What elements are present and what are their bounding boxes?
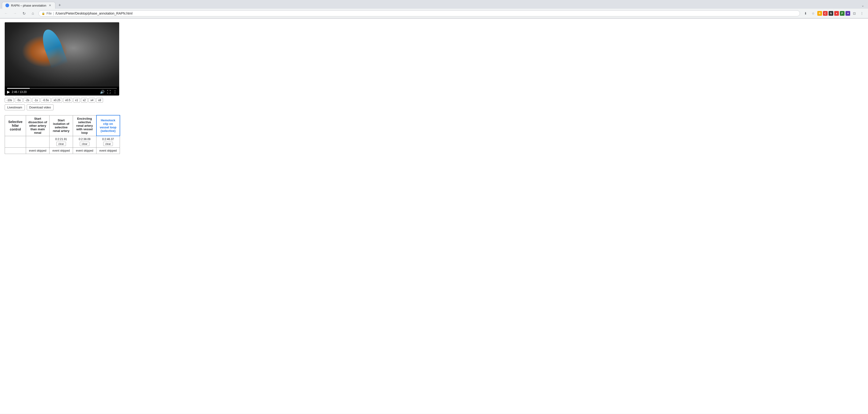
- skipped-isolation: event skipped: [52, 149, 70, 152]
- tab-favicon: [5, 3, 9, 7]
- video-right-controls: 🔊 ⛶ ⋮: [100, 90, 117, 94]
- volume-button[interactable]: 🔊: [100, 90, 105, 94]
- profile-menu-icon[interactable]: ⊡: [851, 10, 858, 17]
- th-isolation-selective[interactable]: Start isolation of selective renal arter…: [50, 115, 73, 136]
- browser-menu-expand[interactable]: ⌄: [860, 2, 866, 9]
- video-display[interactable]: [5, 22, 119, 87]
- th-selective-hilar-label: Selective hilar control: [8, 120, 23, 131]
- speed-x8[interactable]: x8: [96, 98, 103, 102]
- table-header-row: Selective hilar control Start dissection…: [5, 115, 120, 136]
- td-skipped-dissection-other: event skipped: [26, 148, 50, 154]
- download-icon[interactable]: ⬇: [802, 10, 809, 17]
- speed-x0_25[interactable]: x0.25: [52, 98, 62, 102]
- th-hemolock-label: Hemolock clip on vessel loop (selective): [100, 119, 116, 132]
- table-row-times: 0:2:21.91 clear 0:2:38.09 clear 0:2:46.3…: [5, 136, 120, 148]
- url-bar[interactable]: 🔒 File | /Users/Pieter/Desktop/phase_ann…: [38, 10, 800, 17]
- ext-icon-red2[interactable]: ♦: [834, 11, 839, 16]
- ext-icon-purple[interactable]: ✦: [845, 11, 850, 16]
- speed-x4[interactable]: x4: [89, 98, 95, 102]
- bookmark-icon[interactable]: ☆: [810, 10, 816, 17]
- th-dissection-other[interactable]: Start dissection of other artery than ma…: [26, 115, 50, 136]
- td-skipped-encircling: event skipped: [73, 148, 96, 154]
- active-tab[interactable]: RAPN – phase annotation ✕: [2, 2, 55, 9]
- th-hemolock[interactable]: Hemolock clip on vessel loop (selective): [96, 115, 120, 136]
- browser-chrome: RAPN – phase annotation ✕ + ⌄ ← → ↻ ⌂ 🔒 …: [0, 0, 868, 19]
- time-isolation: 0:2:21.91: [52, 138, 71, 141]
- speed-minus0_5s[interactable]: -0.5s: [40, 98, 51, 102]
- new-tab-button[interactable]: +: [56, 2, 63, 9]
- td-times-hemolock: 0:2:46.37 clear: [96, 136, 120, 148]
- speed-x1[interactable]: x1: [73, 98, 80, 102]
- th-selective-hilar[interactable]: Selective hilar control: [5, 115, 26, 136]
- tab-title: RAPN – phase annotation: [11, 4, 46, 7]
- more-options-button[interactable]: ⋮: [113, 90, 117, 94]
- livestream-button[interactable]: Livestream: [5, 105, 25, 110]
- play-button[interactable]: ▶: [7, 90, 10, 94]
- browser-extensions: ⬇ ☆ R C N ♦ P ✦ ⊡ ⋮: [802, 10, 865, 17]
- skipped-hemolock: event skipped: [99, 149, 117, 152]
- forward-button[interactable]: →: [12, 10, 18, 17]
- video-time: 2:46 / 13:20: [12, 90, 98, 94]
- clear-encircling-button[interactable]: clear: [80, 142, 90, 146]
- video-controls: ▶ 2:46 / 13:20 🔊 ⛶ ⋮: [5, 87, 119, 95]
- reload-button[interactable]: ↻: [21, 10, 27, 17]
- video-controls-row: ▶ 2:46 / 13:20 🔊 ⛶ ⋮: [7, 90, 117, 94]
- clear-isolation-button[interactable]: clear: [56, 142, 66, 146]
- current-time: 2:46: [12, 90, 17, 94]
- td-skipped-selective-hilar: [5, 148, 26, 154]
- clear-hemolock-button[interactable]: clear: [103, 142, 113, 146]
- skipped-encircling: event skipped: [76, 149, 93, 152]
- th-dissection-other-label: Start dissection of other artery than ma…: [28, 117, 47, 135]
- speed-minus5s[interactable]: -5s: [15, 98, 23, 102]
- action-buttons: Livestream Download video: [5, 105, 863, 110]
- video-progress-bar[interactable]: [7, 88, 117, 89]
- td-skipped-hemolock: event skipped: [96, 148, 120, 154]
- ext-icon-green[interactable]: P: [840, 11, 844, 16]
- speed-x0_5[interactable]: x0.5: [63, 98, 72, 102]
- th-isolation-selective-label: Start isolation of selective renal arter…: [53, 119, 69, 132]
- table-row-skipped: event skipped event skipped event skippe…: [5, 148, 120, 154]
- speed-minus10s[interactable]: -10s: [5, 98, 14, 102]
- download-video-button[interactable]: Download video: [27, 105, 54, 110]
- url-path: /Users/Pieter/Desktop/phase_annotation_R…: [55, 11, 132, 15]
- back-button[interactable]: ←: [3, 10, 9, 17]
- tab-bar: RAPN – phase annotation ✕ + ⌄: [0, 0, 868, 9]
- speed-controls: -10s -5s -2s -1s -0.5s x0.25 x0.5 x1 x2 …: [5, 98, 863, 102]
- time-encircling: 0:2:38.09: [75, 138, 94, 141]
- home-button[interactable]: ⌂: [30, 10, 36, 17]
- ext-icon-red[interactable]: C: [823, 11, 828, 16]
- th-encircling-label: Encircling selective renal artery with v…: [76, 117, 93, 135]
- td-times-dissection-other: [26, 136, 50, 148]
- td-times-isolation-selective: 0:2:21.91 clear: [50, 136, 73, 148]
- url-lock-icon: 🔒: [41, 12, 45, 15]
- td-times-encircling: 0:2:38.09 clear: [73, 136, 96, 148]
- th-encircling[interactable]: Encircling selective renal artery with v…: [73, 115, 96, 136]
- page-content: ▶ 2:46 / 13:20 🔊 ⛶ ⋮ -10s -5s -2s -1s -0…: [0, 19, 868, 414]
- video-scene: [5, 22, 119, 87]
- speed-minus1s[interactable]: -1s: [32, 98, 40, 102]
- speed-minus2s[interactable]: -2s: [24, 98, 31, 102]
- video-progress-fill: [7, 88, 30, 89]
- annotation-table: Selective hilar control Start dissection…: [5, 115, 120, 154]
- time-hemolock: 0:2:46.37: [98, 138, 118, 141]
- url-separator: |: [53, 11, 54, 15]
- url-protocol: File: [46, 11, 52, 15]
- fullscreen-button[interactable]: ⛶: [107, 90, 111, 94]
- ext-icon-dark[interactable]: N: [829, 11, 833, 16]
- annotation-section: Selective hilar control Start dissection…: [5, 115, 863, 154]
- ext-icon-yellow[interactable]: R: [817, 11, 822, 16]
- speed-x2[interactable]: x2: [81, 98, 88, 102]
- td-times-selective-hilar: [5, 136, 26, 148]
- address-bar: ← → ↻ ⌂ 🔒 File | /Users/Pieter/Desktop/p…: [0, 9, 868, 18]
- browser-settings-icon[interactable]: ⋮: [859, 10, 865, 17]
- video-player: ▶ 2:46 / 13:20 🔊 ⛶ ⋮: [5, 22, 119, 95]
- total-time: 13:20: [20, 90, 27, 94]
- tab-close-button[interactable]: ✕: [48, 3, 52, 7]
- td-skipped-isolation-selective: event skipped: [50, 148, 73, 154]
- skipped-dissection: event skipped: [29, 149, 46, 152]
